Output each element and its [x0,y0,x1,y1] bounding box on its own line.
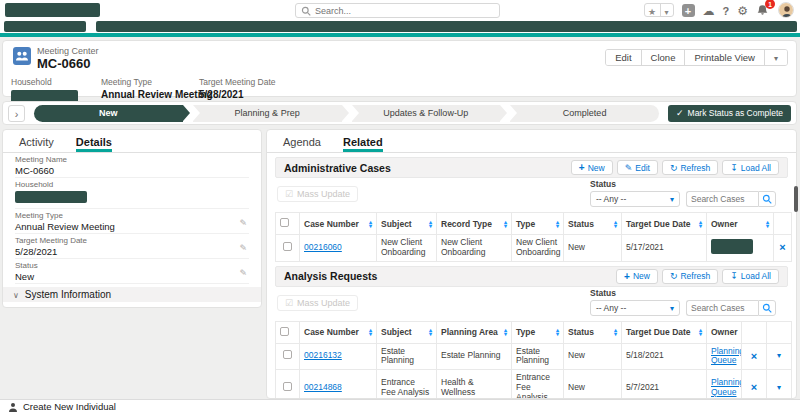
owner-link[interactable]: Planning Queue [711,346,742,366]
column-header-target-due-date[interactable]: Target Due Date [622,321,707,343]
case-number-link[interactable]: 00216132 [304,350,342,360]
tab-agenda[interactable]: Agenda [283,136,321,152]
tab-activity[interactable]: Activity [19,136,54,152]
sort-icon[interactable] [556,328,559,336]
sort-icon[interactable] [556,220,559,228]
tab-related[interactable]: Related [343,136,383,152]
row-checkbox[interactable] [283,242,292,251]
load-all-button[interactable]: Load All [722,269,779,284]
mass-update-button-disabled[interactable]: Mass Update [277,186,358,202]
refresh-button[interactable]: Refresh [662,269,718,284]
column-header-type[interactable]: Type [512,321,564,343]
column-header-status[interactable]: Status [564,321,622,343]
sort-icon[interactable] [614,328,617,336]
row-checkbox[interactable] [283,382,292,391]
sort-icon[interactable] [766,220,769,228]
refresh-button[interactable]: Refresh [662,160,718,175]
help-icon[interactable] [723,1,730,19]
column-header-target-due-date[interactable]: Target Due Date [622,213,707,235]
load-all-button[interactable]: Load All [722,160,779,175]
column-header-type[interactable]: Type [512,213,564,235]
favorites-dropdown[interactable] [661,4,673,16]
column-header-planning-area[interactable]: Planning Area [437,321,512,343]
system-information-section-header[interactable]: System Information [3,287,261,302]
remove-case-icon[interactable] [751,352,757,362]
sort-icon[interactable] [614,220,617,228]
sort-icon[interactable] [429,220,432,228]
mark-status-complete-button[interactable]: Mark Status as Complete [668,105,791,122]
edit-pencil-icon[interactable] [239,237,247,255]
edit-pencil-icon[interactable] [239,212,247,230]
edit-pencil-icon[interactable] [239,262,247,280]
sort-icon[interactable] [369,220,372,228]
select-all-checkbox[interactable] [280,327,289,336]
more-actions-dropdown[interactable] [765,50,787,65]
guidance-center-icon[interactable] [703,1,715,19]
column-header-owner[interactable]: Owner [707,213,774,235]
sort-icon[interactable] [369,328,372,336]
setup-gear-icon[interactable] [737,1,748,19]
record-title: MC-0660 [37,56,90,71]
sort-icon[interactable] [699,220,702,228]
vertical-scrollbar-thumb[interactable] [794,186,798,212]
admin-cases-header: Administrative Cases New Edit Refresh Lo… [275,157,788,178]
notifications-bell[interactable]: 1 [756,3,770,17]
column-header-record-type[interactable]: Record Type [437,213,512,235]
path-expand-button[interactable] [8,105,25,122]
mass-update-button-disabled[interactable]: Mass Update [277,295,358,311]
audit-fields: Created By PM Last Modified By PM [3,302,261,308]
status-filter-dropdown[interactable]: -- Any -- [590,300,680,316]
case-search-button[interactable] [758,191,776,207]
status-filter-dropdown[interactable]: -- Any -- [590,191,680,207]
case-number-link[interactable]: 00216060 [304,242,342,252]
download-icon [730,271,738,281]
edit-button[interactable]: Edit [617,160,658,175]
path-stage-planning-prep[interactable]: Planning & Prep [193,105,342,122]
redacted-owner-value[interactable] [711,239,753,254]
clone-button[interactable]: Clone [642,50,686,65]
owner-link[interactable]: Planning Queue [711,377,742,397]
favorites-group [644,3,674,17]
path-stage-completed[interactable]: Completed [510,105,659,122]
sort-icon[interactable] [429,328,432,336]
row-actions-chevron-icon[interactable] [777,350,781,360]
column-header-actions [742,321,767,343]
remove-case-icon[interactable] [751,383,757,393]
select-all-checkbox[interactable] [280,218,289,227]
app-nav-bar [0,20,800,33]
created-by-field: Created By PM [15,307,125,308]
sort-icon[interactable] [699,328,702,336]
redacted-nav-app[interactable] [4,21,86,32]
global-search-box[interactable] [295,3,500,18]
row-checkbox[interactable] [283,350,292,359]
remove-case-icon[interactable] [779,243,785,253]
case-number-link[interactable]: 00214868 [304,382,342,392]
tab-details[interactable]: Details [76,136,112,152]
sort-icon[interactable] [504,220,507,228]
new-button[interactable]: New [571,160,613,175]
global-search-input[interactable] [315,6,494,16]
path-stage-new[interactable]: New [34,105,183,122]
redacted-household-link[interactable] [15,191,87,203]
column-header-owner[interactable]: Owner [707,321,742,343]
case-search-button[interactable] [758,300,776,316]
user-avatar[interactable] [778,2,794,18]
path-stage-updates-follow-up[interactable]: Updates & Follow-Up [352,105,501,122]
column-header-case-number[interactable]: Case Number [300,213,377,235]
column-header-subject[interactable]: Subject [377,321,437,343]
case-search-input[interactable] [686,300,758,316]
edit-button[interactable]: Edit [606,50,641,65]
row-actions-chevron-icon[interactable] [777,382,781,392]
create-new-individual-button[interactable]: Create New Individual [23,401,116,412]
global-actions-button[interactable] [682,4,695,17]
printable-view-button[interactable]: Printable View [685,50,765,65]
redacted-nav-tabs[interactable] [96,21,797,32]
new-button[interactable]: New [616,269,658,284]
meeting-center-entity-icon [13,47,31,69]
column-header-status[interactable]: Status [564,213,622,235]
favorites-star-icon[interactable] [645,4,661,16]
column-header-case-number[interactable]: Case Number [300,321,377,343]
case-search-input[interactable] [686,191,758,207]
column-header-subject[interactable]: Subject [377,213,437,235]
sort-icon[interactable] [504,328,507,336]
